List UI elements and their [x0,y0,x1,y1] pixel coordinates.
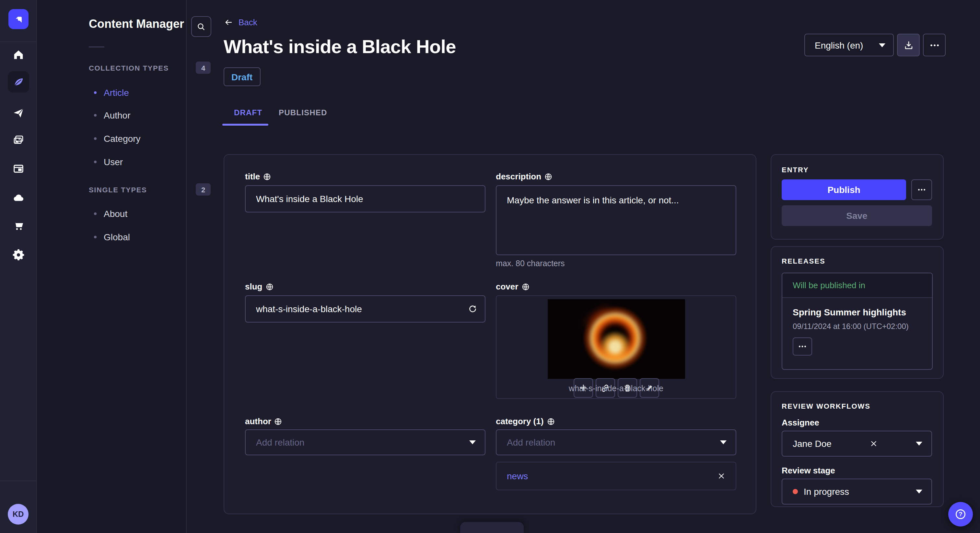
main-nav-rail: KD [0,0,37,533]
field-label-text: description [496,171,541,181]
sidebar-item-releases[interactable] [8,102,29,124]
sidebar-item-author[interactable]: Author [94,108,130,122]
sidebar-item-article[interactable]: Article [94,86,129,100]
category-relation-select[interactable]: Add relation [496,429,736,455]
sidebar-item-media-library[interactable] [8,130,29,151]
collapsed-section-peek[interactable] [460,522,524,533]
sidebar-item-category[interactable]: Category [94,132,141,146]
content-manager-subnav: Content Manager COLLECTION TYPES 4 Artic… [37,0,187,533]
globe-icon [544,173,552,180]
author-relation-select[interactable]: Add relation [245,429,485,455]
chevron-down-icon [879,43,885,47]
description-hint: max. 80 characters [496,259,565,268]
images-icon [12,134,25,146]
bullet-icon [94,213,97,215]
entry-more-button[interactable] [911,179,932,200]
sidebar-item-content-manager[interactable] [8,71,29,93]
nav-item-label: Category [104,133,141,144]
strapi-admin: KD Content Manager COLLECTION TYPES 4 Ar… [0,0,980,533]
releases-heading: RELEASES [782,257,826,265]
rail-divider [0,41,37,42]
sidebar-item-deploy[interactable] [8,187,29,209]
bullet-icon [94,160,97,163]
relation-link[interactable]: news [507,471,528,481]
slug-input[interactable] [245,295,485,322]
field-label-text: category (1) [496,416,544,426]
arrow-left-icon [224,17,233,27]
assignee-value: Jane Doe [793,438,832,449]
subnav-divider [89,47,104,47]
stage-value: In progress [804,486,849,497]
search-button[interactable] [191,16,211,37]
back-link[interactable]: Back [224,17,257,27]
page-title: What's inside a Black Hole [224,36,456,58]
review-stage-select[interactable]: In progress [782,479,932,504]
release-card: Will be published in Spring Summer highl… [782,273,933,370]
ellipsis-icon [918,189,926,191]
assignee-label: Assignee [782,418,819,427]
sidebar-item-home[interactable] [8,44,29,65]
title-field-label: title [245,171,271,181]
cover-image[interactable] [548,299,685,379]
cover-image-detail [584,307,646,369]
release-status-text: Will be published in [793,281,865,290]
remove-relation-button[interactable] [718,472,725,480]
release-status: Will be published in [782,273,932,298]
cloud-icon [12,192,25,204]
regenerate-slug-button[interactable] [467,304,478,314]
ellipsis-icon [799,345,806,348]
category-field-label: category (1) [496,416,555,426]
cart-icon [12,219,25,232]
language-select[interactable]: English (en) [804,34,894,56]
bullet-icon [94,137,97,140]
home-icon [12,49,25,61]
relation-placeholder: Add relation [507,437,555,447]
export-button[interactable] [897,34,920,56]
description-field-label: description [496,171,552,181]
question-icon: ? [954,508,967,521]
header-more-button[interactable] [923,34,946,56]
publish-button[interactable]: Publish [782,179,906,200]
single-types-count: 2 [196,183,211,195]
layout-icon [12,163,25,175]
edit-form-card: title description Maybe the answer is in… [224,154,756,514]
field-label-text: title [245,171,260,181]
strapi-logo-icon [13,13,24,25]
strapi-logo[interactable] [8,9,29,29]
cover-filename: what-s-inside-a-black-hole [496,384,736,393]
clear-assignee-button[interactable] [870,440,878,447]
globe-icon [547,417,555,425]
nav-item-label: Article [104,87,129,98]
nav-item-label: Author [104,110,130,121]
description-textarea[interactable]: Maybe the answer is in this article, or … [496,185,736,255]
relation-placeholder: Add relation [256,437,304,447]
release-more-button[interactable] [793,338,812,355]
bullet-icon [94,236,97,238]
sidebar-item-about[interactable]: About [94,206,127,221]
tab-published[interactable]: PUBLISHED [279,108,327,117]
user-avatar[interactable]: KD [8,504,29,525]
sidebar-item-global[interactable]: Global [94,230,130,244]
sidebar-item-settings[interactable] [8,244,29,265]
help-button[interactable]: ? [948,502,973,527]
globe-icon [263,173,271,180]
section-collection-types: COLLECTION TYPES [89,64,169,72]
svg-text:?: ? [959,511,963,517]
assignee-select[interactable]: Jane Doe [782,431,932,457]
sidebar-item-content-type-builder[interactable] [8,158,29,179]
download-icon [903,40,913,50]
nav-item-label: User [104,157,123,167]
tab-draft[interactable]: DRAFT [234,108,262,117]
globe-icon [266,283,273,290]
field-label-text: slug [245,282,262,292]
stage-status-dot [793,489,798,494]
title-input[interactable] [245,185,485,213]
sidebar-item-marketplace[interactable] [8,215,29,236]
release-title: Spring Summer highlights [793,307,922,317]
tab-active-underline [222,124,268,125]
sidebar-item-user[interactable]: User [94,155,123,169]
releases-panel: RELEASES Will be published in Spring Sum… [771,246,944,379]
save-button[interactable]: Save [782,205,932,226]
close-icon [870,440,878,447]
section-single-types: SINGLE TYPES [89,186,147,194]
